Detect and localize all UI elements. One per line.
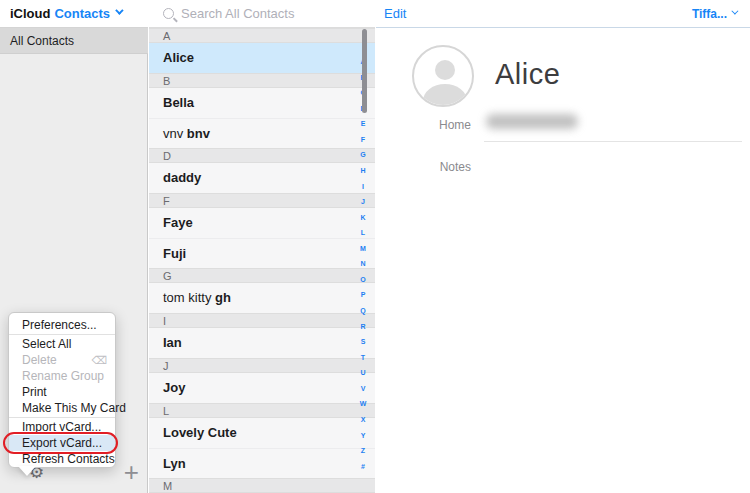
alpha-index-W[interactable]: W: [360, 400, 367, 407]
app-titlebar: iCloud Contacts: [0, 0, 148, 28]
contact-name: Alice: [495, 58, 560, 91]
field-row-home: Home: [376, 112, 750, 142]
alpha-index-J[interactable]: J: [361, 198, 365, 205]
contact-row-alice[interactable]: Alice: [149, 43, 375, 73]
alpha-index-Q[interactable]: Q: [360, 307, 365, 314]
search-icon: [163, 8, 174, 19]
menu-item-make-this-my-card[interactable]: Make This My Card: [9, 400, 115, 416]
group-label: All Contacts: [10, 34, 74, 48]
section-header-g: G: [149, 268, 375, 283]
chevron-down-icon[interactable]: [115, 6, 123, 14]
section-header-f: F: [149, 193, 375, 208]
alpha-index-Y[interactable]: Y: [361, 432, 366, 439]
alpha-index-P[interactable]: P: [361, 291, 366, 298]
avatar-head-shape: [435, 60, 455, 80]
menu-item-refresh-contacts[interactable]: Refresh Contacts: [9, 451, 115, 467]
last-name: Lyn: [163, 456, 186, 471]
menu-divider: [9, 417, 115, 418]
last-name: Faye: [163, 215, 193, 230]
alphabet-index[interactable]: ABCDEFGHIJKLMNOPQRSTUVWXYZ#: [357, 58, 369, 470]
last-name: Alice: [163, 50, 194, 65]
field-label: Home: [376, 112, 471, 142]
alpha-index-G[interactable]: G: [360, 151, 365, 158]
last-name: Joy: [163, 380, 185, 395]
menu-item-import-vcard[interactable]: Import vCard...: [9, 419, 115, 435]
first-name: vnv: [163, 126, 187, 141]
contact-row-vnv-bnv[interactable]: vnv bnv: [149, 118, 375, 148]
alpha-index-M[interactable]: M: [360, 245, 366, 252]
alpha-index-V[interactable]: V: [361, 385, 366, 392]
avatar: [412, 45, 474, 107]
field-label: Notes: [376, 154, 471, 184]
alpha-index-Z[interactable]: Z: [361, 447, 365, 454]
delete-backspace-icon: ⌫: [91, 352, 107, 368]
settings-context-menu: Preferences...Select AllDelete⌫Rename Gr…: [8, 312, 116, 468]
menu-item-label: Make This My Card: [22, 400, 126, 416]
menu-item-preferences[interactable]: Preferences...: [9, 317, 115, 333]
menu-item-label: Rename Group: [22, 368, 104, 384]
detail-header: Edit Tiffa...: [376, 0, 750, 28]
alpha-index-X[interactable]: X: [361, 416, 366, 423]
menu-item-export-vcard[interactable]: Export vCard...: [9, 435, 115, 451]
field-row-notes: Notes: [376, 154, 750, 184]
menu-item-label: Export vCard...: [22, 435, 102, 451]
alpha-index-N[interactable]: N: [360, 260, 365, 267]
account-menu[interactable]: Tiffa...: [692, 7, 736, 21]
first-name: tom kitty: [163, 290, 215, 305]
alpha-index-F[interactable]: F: [361, 136, 365, 143]
menu-divider: [9, 334, 115, 335]
app-switcher-label[interactable]: Contacts: [54, 6, 110, 21]
alpha-index-L[interactable]: L: [361, 229, 365, 236]
last-name: Fuji: [163, 246, 186, 261]
alpha-index-I[interactable]: I: [362, 183, 364, 190]
alpha-index-U[interactable]: U: [360, 369, 365, 376]
section-header-j: J: [149, 358, 375, 373]
contact-row-bella[interactable]: Bella: [149, 88, 375, 118]
contact-row-faye[interactable]: Faye: [149, 208, 375, 238]
contact-row-fuji[interactable]: Fuji: [149, 238, 375, 268]
last-name: daddy: [163, 170, 201, 185]
field-value: [484, 112, 742, 142]
add-contact-button[interactable]: +: [124, 459, 139, 485]
alpha-index-T[interactable]: T: [361, 354, 365, 361]
contact-row-lovely-cute[interactable]: Lovely Cute: [149, 418, 375, 448]
menu-tail-pointer: [18, 466, 36, 476]
section-header-m: M: [149, 478, 375, 493]
search-bar[interactable]: Search All Contacts: [149, 0, 375, 28]
contact-row-tom-kitty-gh[interactable]: tom kitty gh: [149, 283, 375, 313]
menu-item-label: Print: [22, 384, 47, 400]
contact-row-ian[interactable]: Ian: [149, 328, 375, 358]
section-header-d: D: [149, 148, 375, 163]
menu-item-label: Preferences...: [22, 317, 97, 333]
alpha-index-S[interactable]: S: [361, 338, 366, 345]
contact-row-daddy[interactable]: daddy: [149, 163, 375, 193]
menu-item-print[interactable]: Print: [9, 384, 115, 400]
contact-row-lyn[interactable]: Lyn: [149, 448, 375, 478]
menu-item-select-all[interactable]: Select All: [9, 336, 115, 352]
list-scrollbar[interactable]: [362, 29, 367, 113]
alpha-index-K[interactable]: K: [360, 214, 365, 221]
alpha-index-E[interactable]: E: [361, 120, 366, 127]
edit-button[interactable]: Edit: [384, 6, 406, 21]
alpha-index-O[interactable]: O: [360, 276, 365, 283]
icloud-contacts-app: All Contacts ⚙ + iCloud Contacts Search …: [0, 0, 750, 493]
chevron-down-icon: [731, 7, 738, 14]
sidebar-item-all-contacts[interactable]: All Contacts: [0, 28, 148, 54]
alpha-index-R[interactable]: R: [360, 323, 365, 330]
last-name: Lovely Cute: [163, 425, 237, 440]
last-name: bnv: [187, 126, 210, 141]
section-header-i: I: [149, 313, 375, 328]
alpha-index-#[interactable]: #: [361, 463, 365, 470]
contacts-list: AAliceBBellavnv bnvDdaddyFFayeFujiGtom k…: [149, 28, 375, 493]
account-name-label: Tiffa...: [692, 7, 727, 21]
menu-item-label: Refresh Contacts: [22, 451, 115, 467]
field-value: [484, 154, 742, 184]
section-header-b: B: [149, 73, 375, 88]
search-placeholder: Search All Contacts: [181, 6, 294, 21]
last-name: Bella: [163, 95, 194, 110]
section-header-l: L: [149, 403, 375, 418]
alpha-index-H[interactable]: H: [360, 167, 365, 174]
contact-fields: HomeNotes: [376, 112, 750, 184]
menu-item-rename-group: Rename Group: [9, 368, 115, 384]
contact-row-joy[interactable]: Joy: [149, 373, 375, 403]
